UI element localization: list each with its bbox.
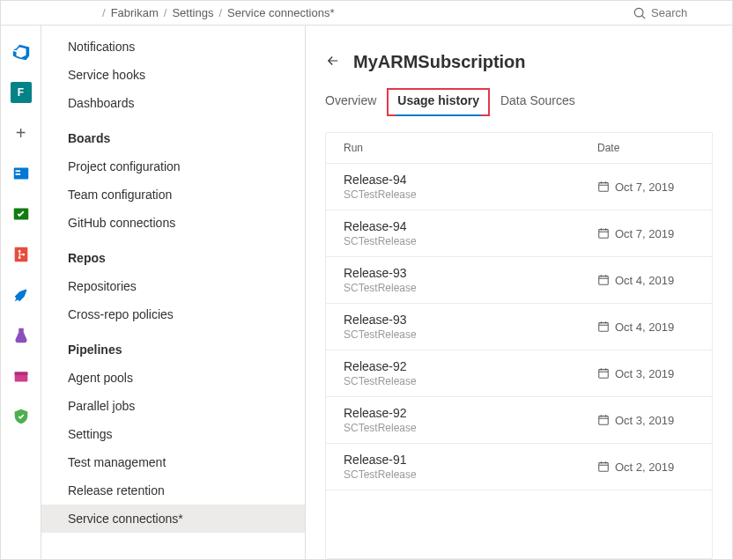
rail-repos[interactable] [2,235,41,274]
table-row[interactable]: Release-91SCTestReleaseOct 2, 2019 [326,444,712,490]
sidebar-item[interactable]: Settings [41,420,305,448]
workitems-icon [11,204,31,224]
table-row[interactable]: Release-93SCTestReleaseOct 4, 2019 [326,304,712,350]
column-header-date[interactable]: Date [597,142,694,154]
run-name: Release-93 [344,266,597,280]
cell-run: Release-92SCTestRelease [344,359,597,387]
back-button[interactable] [325,53,341,71]
table-header: Run Date [326,133,712,164]
calendar-icon [597,274,610,286]
svg-rect-36 [599,463,609,472]
svg-rect-24 [599,323,609,332]
table-row[interactable]: Release-94SCTestReleaseOct 7, 2019 [326,164,712,210]
cell-run: Release-94SCTestRelease [344,219,597,247]
testplans-icon [11,326,31,345]
breadcrumb-item[interactable]: Settings [172,6,213,19]
run-pipeline: SCTestRelease [344,235,597,247]
breadcrumb-sep: / [102,6,106,19]
svg-line-1 [642,15,646,18]
calendar-icon [597,414,610,426]
breadcrumb-sep: / [164,6,167,19]
sidebar-item[interactable]: GitHub connections [41,209,305,237]
table-row[interactable]: Release-94SCTestReleaseOct 7, 2019 [326,210,712,257]
calendar-icon [597,461,610,473]
arrow-left-icon [325,53,341,69]
search-input[interactable] [651,6,713,19]
plus-icon: + [16,123,26,144]
cell-date: Oct 4, 2019 [597,274,694,287]
rail-pipelines[interactable] [2,276,41,314]
title-row: MyARMSubscription [325,52,713,72]
sidebar-item[interactable]: Service connections* [41,505,305,533]
svg-rect-28 [599,370,609,379]
cell-run: Release-94SCTestRelease [344,173,597,201]
run-pipeline: SCTestRelease [344,188,597,201]
sidebar-item[interactable]: Parallel jobs [41,392,305,420]
settings-sidebar[interactable]: NotificationsService hooksDashboardsBoar… [41,26,306,559]
sidebar-item[interactable]: Repositories [41,272,305,300]
svg-rect-20 [599,276,609,285]
run-pipeline: SCTestRelease [344,375,597,387]
sidebar-item[interactable]: Cross-repo policies [41,300,305,328]
rail-workitems[interactable] [2,195,41,233]
table-row[interactable]: Release-93SCTestReleaseOct 4, 2019 [326,257,712,304]
breadcrumb-item[interactable]: Service connections* [227,6,334,19]
tab-overview[interactable]: Overview [325,88,387,116]
tab-usage-history[interactable]: Usage history [387,88,490,116]
run-pipeline: SCTestRelease [344,422,597,434]
sidebar-item[interactable]: Team configuration [41,181,305,209]
repos-icon [11,245,31,264]
page-title: MyARMSubscription [353,52,526,72]
breadcrumb-item[interactable]: Fabrikam [111,6,159,19]
rail-testplans[interactable] [2,316,41,355]
run-name: Release-94 [344,173,597,187]
svg-rect-4 [15,173,19,175]
calendar-icon [597,321,610,333]
sidebar-item[interactable]: Notifications [41,33,305,61]
tab-data-sources[interactable]: Data Sources [490,88,586,116]
run-pipeline: SCTestRelease [344,468,597,481]
rail-project-avatar[interactable]: F [2,73,41,112]
calendar-icon [597,367,610,379]
cell-date: Oct 2, 2019 [597,461,694,474]
table-row[interactable]: Release-92SCTestReleaseOct 3, 2019 [326,397,712,444]
calendar-icon [597,227,610,239]
sidebar-item[interactable]: Agent pools [41,364,305,392]
run-name: Release-94 [344,219,597,233]
cell-date: Oct 7, 2019 [597,227,694,240]
sidebar-item[interactable]: Project configuration [41,152,305,181]
calendar-icon [597,181,610,193]
run-pipeline: SCTestRelease [344,328,597,341]
artifacts-icon [11,366,31,386]
sidebar-item[interactable]: Service hooks [41,61,305,89]
nav-rail: F + [1,26,41,559]
rail-boards[interactable] [2,154,41,193]
topbar: / Fabrikam / Settings / Service connecti… [1,1,732,26]
main-content: MyARMSubscription OverviewUsage historyD… [306,26,732,559]
cell-run: Release-92SCTestRelease [344,406,597,434]
run-name: Release-93 [344,313,597,327]
sidebar-heading: Repos [41,237,305,272]
rail-security[interactable] [2,397,41,436]
sidebar-item[interactable]: Release retention [41,476,305,505]
column-header-run[interactable]: Run [344,142,597,154]
cell-run: Release-91SCTestRelease [344,453,597,481]
rail-add[interactable]: + [2,114,41,152]
sidebar-item[interactable]: Test management [41,448,305,476]
svg-rect-3 [15,170,19,172]
sidebar-item[interactable]: Dashboards [41,89,305,117]
tabs: OverviewUsage historyData Sources [325,88,713,116]
cell-run: Release-93SCTestRelease [344,266,597,294]
cell-date: Oct 3, 2019 [597,414,694,427]
rail-logo[interactable] [2,33,41,71]
search-icon [633,7,646,19]
search-box[interactable] [626,6,732,19]
svg-rect-32 [599,416,609,425]
project-avatar: F [11,82,32,103]
breadcrumb-sep: / [218,6,222,19]
svg-rect-12 [599,183,609,192]
breadcrumb: / Fabrikam / Settings / Service connecti… [1,6,626,19]
shield-icon [11,407,31,426]
table-row[interactable]: Release-92SCTestReleaseOct 3, 2019 [326,350,712,397]
rail-artifacts[interactable] [2,357,41,395]
